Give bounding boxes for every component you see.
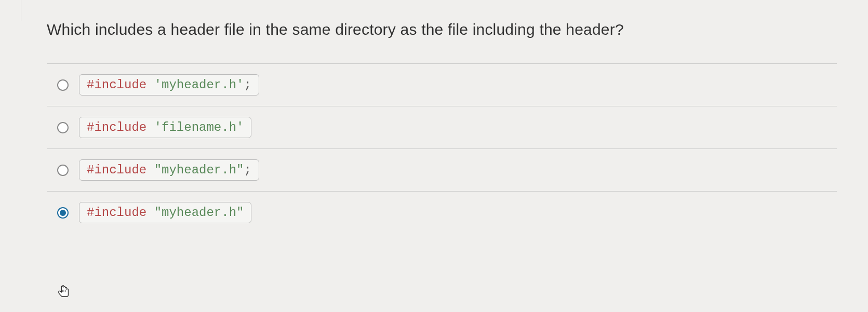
radio-option-2[interactable] [57, 122, 69, 133]
code-keyword: #include [87, 206, 146, 220]
option-row-2[interactable]: #include 'filename.h' [47, 106, 837, 149]
option-code-4[interactable]: #include "myheader.h" [79, 202, 251, 223]
option-row-4[interactable]: #include "myheader.h" [47, 192, 837, 234]
radio-option-1[interactable] [57, 79, 69, 91]
cursor-pointer-icon [56, 282, 72, 301]
code-punct: ; [244, 163, 251, 177]
code-punct: ; [244, 78, 251, 92]
code-string: 'myheader.h' [154, 78, 244, 92]
radio-option-3[interactable] [57, 165, 69, 176]
code-text: #include "myheader.h" [87, 206, 244, 220]
option-code-3[interactable]: #include "myheader.h"; [79, 159, 259, 181]
code-space [146, 163, 154, 177]
code-keyword: #include [87, 120, 146, 134]
code-text: #include 'myheader.h'; [87, 78, 251, 92]
code-string: 'filename.h' [154, 120, 244, 134]
options-list: #include 'myheader.h'; #include 'filenam… [47, 63, 837, 234]
question-text: Which includes a header file in the same… [47, 21, 837, 38]
code-string: "myheader.h" [154, 163, 244, 177]
code-text: #include 'filename.h' [87, 120, 244, 134]
code-keyword: #include [87, 163, 146, 177]
code-keyword: #include [87, 78, 146, 92]
divider-line [21, 0, 21, 21]
radio-option-4[interactable] [57, 207, 69, 219]
code-text: #include "myheader.h"; [87, 163, 251, 177]
code-space [146, 206, 154, 220]
option-code-1[interactable]: #include 'myheader.h'; [79, 74, 259, 96]
option-row-3[interactable]: #include "myheader.h"; [47, 149, 837, 192]
code-string: "myheader.h" [154, 206, 244, 220]
option-row-1[interactable]: #include 'myheader.h'; [47, 64, 837, 106]
code-space [146, 120, 154, 134]
option-code-2[interactable]: #include 'filename.h' [79, 117, 251, 138]
quiz-container: Which includes a header file in the same… [0, 0, 868, 254]
code-space [146, 78, 154, 92]
